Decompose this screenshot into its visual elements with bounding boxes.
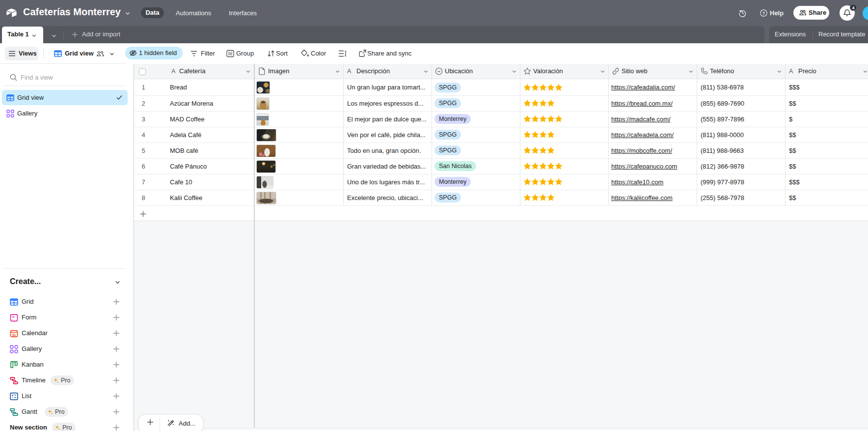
- svg-text:31: 31: [12, 333, 16, 337]
- svg-text:?: ?: [762, 11, 765, 16]
